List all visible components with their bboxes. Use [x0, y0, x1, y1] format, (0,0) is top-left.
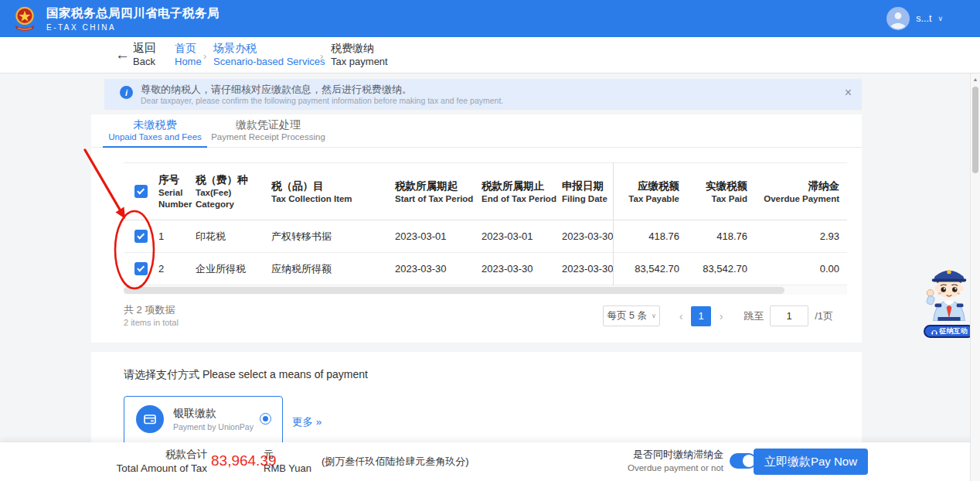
row-checkbox[interactable]: [134, 262, 148, 275]
next-page-button[interactable]: ›: [711, 309, 731, 322]
cell-overdue: 2.93: [758, 230, 847, 242]
col-tax-category: 税（费）种 Tax(Fee) Category: [196, 172, 271, 210]
unionpay-radio[interactable]: [260, 413, 271, 425]
col-serial-number: 序号 Serial Number: [158, 172, 196, 210]
user-menu[interactable]: s...t ∨: [886, 0, 943, 37]
cell-paid: 83,542.70: [690, 263, 758, 275]
cell-serial: 1: [158, 230, 196, 242]
overdue-payment-toggle[interactable]: [730, 453, 757, 469]
col-start-period: 税款所属期起 Start of Tax Period: [395, 179, 481, 205]
banner-text-zh: 尊敬的纳税人，请仔细核对应缴款信息，然后进行税费缴纳。: [141, 83, 503, 96]
national-emblem-logo: [11, 5, 39, 32]
page: 国家税务总局四川省电子税务局 E-TAX CHINA s...t ∨ ← 返回 …: [0, 0, 980, 481]
amount-in-words: (捌万叁仟玖佰陆拾肆元叁角玖分): [322, 455, 469, 469]
cell-filing: 2023-03-30: [562, 263, 613, 275]
payment-summary-bar: 税款合计 Total Amount of Tax 83,964.39 元 RMB…: [0, 442, 980, 481]
chevron-down-icon: ∨: [937, 15, 943, 22]
site-subtitle: E-TAX CHINA: [46, 23, 219, 32]
top-header-bar: 国家税务总局四川省电子税务局 E-TAX CHINA s...t ∨: [0, 0, 980, 37]
tab-payment-receipt[interactable]: 缴款凭证处理 Payment Receipt Processing: [210, 114, 326, 147]
unpaid-taxes-panel: 未缴税费 Unpaid Taxes and Fees 缴款凭证处理 Paymen…: [91, 114, 862, 343]
col-overdue-payment: 滞纳金 Overdue Payment: [758, 179, 847, 205]
table-horizontal-scrollbar: [124, 285, 847, 295]
table-row: 2 企业所得税 应纳税所得额 2023-03-30 2023-03-30 202…: [124, 253, 847, 285]
unionpay-label-en: Payment by UnionPay: [173, 422, 254, 432]
tax-officer-mascot: [922, 258, 976, 321]
prev-page-button[interactable]: ‹: [671, 309, 691, 322]
close-icon[interactable]: ×: [845, 87, 852, 99]
pagination: 每页 5 条 ∨ ‹ 1 › 跳至 /1页: [603, 305, 833, 326]
table-header-row: 序号 Serial Number 税（费）种 Tax(Fee) Category…: [124, 162, 847, 220]
page-scrollbar[interactable]: ▲: [970, 73, 980, 481]
cell-item: 产权转移书据: [271, 230, 395, 244]
jump-page-input[interactable]: [770, 305, 808, 326]
cell-serial: 2: [158, 263, 196, 275]
col-tax-payable: 应缴税额 Tax Payable: [613, 179, 690, 205]
current-page-button[interactable]: 1: [691, 306, 711, 326]
brand-block: 国家税务总局四川省电子税务局 E-TAX CHINA: [46, 5, 219, 32]
back-label-en: Back: [133, 55, 156, 69]
row-checkbox[interactable]: [134, 230, 148, 243]
scroll-up-icon[interactable]: ▲: [971, 73, 980, 82]
user-name: s...t: [916, 13, 931, 24]
table-row: 1 印花税 产权转移书据 2023-03-01 2023-03-01 2023-…: [124, 220, 847, 253]
unionpay-label-zh: 银联缴款: [173, 407, 216, 421]
unpaid-taxes-table: 序号 Serial Number 税（费）种 Tax(Fee) Category…: [124, 162, 847, 295]
breadcrumb-tax-payment: 税费缴纳 Tax payment: [331, 41, 388, 69]
col-tax-item: 税（品）目 Tax Collection Item: [271, 179, 395, 205]
cell-start: 2023-03-01: [395, 230, 481, 242]
cell-end: 2023-03-30: [481, 263, 562, 275]
cell-payable: 83,542.70: [613, 263, 690, 275]
total-pages-label: /1页: [815, 309, 833, 323]
tax-assistant-widget[interactable]: 征纳互动: [922, 258, 976, 338]
payment-prompt: 请选择支付方式 Please select a means of payment: [124, 368, 368, 382]
cell-payable: 418.76: [613, 230, 690, 242]
hscrollbar-thumb[interactable]: [124, 287, 784, 294]
back-label-zh: 返回: [133, 41, 156, 55]
currency-unit: 元 RMB Yuan: [264, 448, 311, 476]
banner-text: 尊敬的纳税人，请仔细核对应缴款信息，然后进行税费缴纳。 Dear taxpaye…: [141, 83, 503, 106]
chevron-down-icon: ∨: [652, 312, 656, 319]
col-tax-paid: 实缴税额 Tax Paid: [690, 179, 758, 205]
headset-icon: [931, 329, 937, 335]
jump-to-label: 跳至: [744, 309, 764, 323]
cell-end: 2023-03-01: [481, 230, 562, 242]
cell-item: 应纳税所得额: [271, 262, 395, 276]
total-amount-label: 税款合计 Total Amount of Tax: [111, 448, 207, 476]
breadcrumb-scenario-services[interactable]: 场景办税 Scenario-based Services: [213, 41, 325, 69]
cell-category: 企业所得税: [196, 262, 271, 276]
select-all-checkbox[interactable]: [134, 185, 148, 198]
table-total-count: 共 2 项数据 2 items in total: [124, 303, 179, 328]
banner-text-en: Dear taxpayer, please confirm the follow…: [141, 96, 503, 106]
fixed-column-divider: [613, 162, 614, 295]
cell-paid: 418.76: [690, 230, 758, 242]
cell-category: 印花税: [196, 230, 271, 244]
scrollbar-thumb[interactable]: [972, 87, 978, 173]
back-arrow-icon[interactable]: ←: [115, 46, 130, 63]
info-icon: i: [120, 86, 133, 99]
interaction-badge[interactable]: 征纳互动: [924, 325, 975, 338]
info-banner: i 尊敬的纳税人，请仔细核对应缴款信息，然后进行税费缴纳。 Dear taxpa…: [104, 79, 862, 110]
col-filing-date: 申报日期 Filing Date: [562, 179, 613, 205]
cell-filing: 2023-03-30: [562, 230, 613, 242]
avatar: [886, 7, 910, 30]
breadcrumb-home[interactable]: 首页 Home: [175, 41, 202, 69]
pay-now-button[interactable]: 立即缴款Pay Now: [754, 449, 868, 475]
tab-unpaid-taxes[interactable]: 未缴税费 Unpaid Taxes and Fees: [103, 114, 207, 147]
breadcrumb-separator-icon: ›: [203, 50, 206, 62]
cell-overdue: 0.00: [758, 263, 847, 275]
more-payment-methods-link[interactable]: 更多 »: [292, 415, 322, 429]
site-title: 国家税务总局四川省电子税务局: [46, 5, 219, 22]
col-end-period: 税款所属期止 End of Tax Period: [481, 179, 562, 205]
page-size-select[interactable]: 每页 5 条 ∨: [603, 305, 660, 326]
bank-card-icon: [136, 405, 164, 433]
back-button[interactable]: 返回 Back: [133, 41, 156, 69]
breadcrumb: ← 返回 Back 首页 Home › 场景办税 Scenario-based …: [0, 37, 980, 73]
breadcrumb-separator-icon: ›: [320, 50, 323, 62]
cell-start: 2023-03-30: [395, 263, 481, 275]
tab-bar: 未缴税费 Unpaid Taxes and Fees 缴款凭证处理 Paymen…: [91, 114, 862, 148]
overdue-toggle-label: 是否同时缴纳滞纳金 Overdue payment or not: [601, 448, 723, 474]
